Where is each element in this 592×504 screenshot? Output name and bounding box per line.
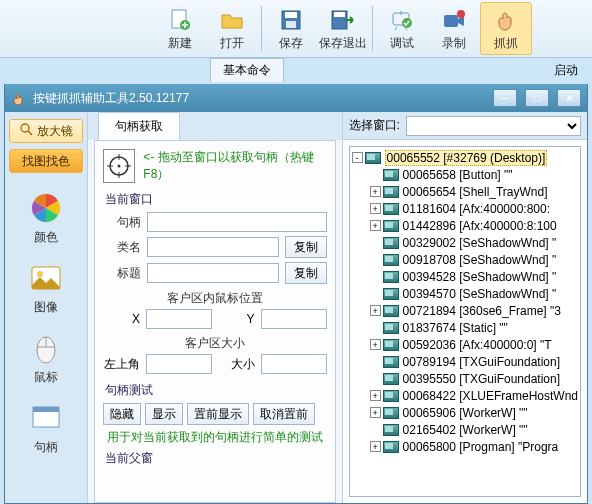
tree-spacer [370,356,381,367]
side-item-mouse[interactable]: 鼠标 [10,330,82,386]
magnifier-icon [20,123,34,140]
expand-icon[interactable]: + [370,186,381,197]
svg-rect-17 [33,407,59,412]
secondary-tabs: 基本命令 [210,58,284,82]
close-button[interactable]: ✕ [557,89,581,107]
window-node-icon [383,254,399,266]
tree-spacer [370,237,381,248]
mouse-icon [28,330,64,366]
drag-target-box[interactable] [103,149,135,183]
tree-spacer [370,424,381,435]
toolbar-debug[interactable]: 调试 [376,2,428,55]
section-current-window: 当前窗口 [105,191,326,208]
crosshair-icon [105,152,133,180]
window-node-icon [383,288,399,300]
toolbar-new[interactable]: 新建 [154,2,206,55]
tree-spacer [370,373,381,384]
tree-spacer [370,322,381,333]
toolbar-save-exit[interactable]: 保存退出 [317,2,369,55]
input-classname[interactable] [147,237,278,257]
svg-point-14 [37,271,43,277]
input-topleft[interactable] [146,354,212,374]
tree-node[interactable]: +00721894 [360se6_Frame] "3 [352,302,578,319]
tree-spacer [370,271,381,282]
tree-node[interactable]: +00065800 [Progman] "Progra [352,438,578,455]
front-button[interactable]: 置前显示 [187,403,249,425]
minimize-button[interactable]: ─ [493,89,517,107]
collapse-icon[interactable]: - [352,152,363,163]
titlebar[interactable]: 按键抓抓辅助工具2.50.12177 ─ □ ✕ [5,84,587,112]
window-handle-icon [28,400,64,436]
expand-icon[interactable]: + [370,390,381,401]
tree-node[interactable]: 02165402 [WorkerW] "" [352,421,578,438]
tree-node[interactable]: 01837674 [Static] "" [352,319,578,336]
expand-icon[interactable]: + [370,220,381,231]
tree-node-label: 01837674 [Static] "" [403,321,508,335]
expand-icon[interactable]: + [370,441,381,452]
launch-label[interactable]: 启动 [546,58,586,83]
window-node-icon [383,407,399,419]
tree-node-label: 02165402 [WorkerW] "" [403,423,528,437]
section-client-size: 客户区大小 [103,335,326,352]
tree-node[interactable]: 00394528 [SeShadowWnd] " [352,268,578,285]
tree-node-label: 00394570 [SeShadowWnd] " [403,287,557,301]
svg-point-11 [21,124,29,132]
show-button[interactable]: 显示 [145,403,183,425]
tree-node[interactable]: +01181604 [Afx:400000:800: [352,200,578,217]
tree-node[interactable]: +00065654 [Shell_TrayWnd] [352,183,578,200]
label-x: X [103,312,140,326]
cancel-front-button[interactable]: 取消置前 [253,403,315,425]
expand-icon[interactable]: + [370,407,381,418]
window-node-icon [383,271,399,283]
input-title[interactable] [147,263,278,283]
tree-node[interactable]: 00394570 [SeShadowWnd] " [352,285,578,302]
tree-node-label: 00065552 [#32769 (Desktop)] [385,150,548,166]
copy-title-button[interactable]: 复制 [285,262,327,284]
toolbar-record[interactable]: 录制 [428,2,480,55]
save-exit-icon [329,6,357,34]
expand-icon[interactable]: + [370,203,381,214]
input-y[interactable] [261,309,327,329]
tree-node-label: 00329002 [SeShadowWnd] " [403,236,557,250]
input-size[interactable] [261,354,327,374]
tree-node[interactable]: 00918708 [SeShadowWnd] " [352,251,578,268]
maximize-button[interactable]: □ [525,89,549,107]
side-item-image[interactable]: 图像 [10,260,82,316]
side-item-color[interactable]: 颜色 [10,190,82,246]
tree-node[interactable]: 00395550 [TXGuiFoundation] [352,370,578,387]
input-handle[interactable] [147,212,326,232]
tree-node[interactable]: +00065906 [WorkerW] "" [352,404,578,421]
tree-node-label: 00721894 [360se6_Frame] "3 [403,304,561,318]
svg-rect-4 [286,21,296,28]
tree-node[interactable]: 00065658 [Button] "" [352,166,578,183]
select-window-dropdown[interactable] [406,116,581,136]
tree-node[interactable]: -00065552 [#32769 (Desktop)] [352,149,578,166]
window-tree[interactable]: -00065552 [#32769 (Desktop)]00065658 [Bu… [349,146,581,497]
magnifier-button[interactable]: 放大镜 [9,119,83,143]
tab-basic-commands[interactable]: 基本命令 [210,58,284,82]
left-sidebar: 放大镜 找图找色 颜色 图像 鼠标 句柄 [5,112,88,503]
tree-node[interactable]: +01442896 [Afx:400000:8:100 [352,217,578,234]
file-new-icon [166,6,194,34]
tree-node-label: 00065654 [Shell_TrayWnd] [403,185,548,199]
tree-node[interactable]: +00068422 [XLUEFrameHostWnd [352,387,578,404]
find-image-color-button[interactable]: 找图找色 [9,149,83,173]
label-topleft: 左上角 [103,356,140,373]
window-title: 按键抓抓辅助工具2.50.12177 [33,90,189,107]
tab-handle-get[interactable]: 句柄获取 [98,112,180,140]
copy-classname-button[interactable]: 复制 [285,236,327,258]
tree-node-label: 00065906 [WorkerW] "" [403,406,528,420]
toolbar-open[interactable]: 打开 [206,2,258,55]
expand-icon[interactable]: + [370,305,381,316]
window-node-icon [365,152,381,164]
tree-node[interactable]: +00592036 [Afx:400000:0] "T [352,336,578,353]
tree-node[interactable]: 00789194 [TXGuiFoundation] [352,353,578,370]
hide-button[interactable]: 隐藏 [103,403,141,425]
toolbar-save[interactable]: 保存 [265,2,317,55]
toolbar-grab[interactable]: 抓抓 [480,2,532,55]
expand-icon[interactable]: + [370,339,381,350]
side-item-handle[interactable]: 句柄 [10,400,82,456]
input-x[interactable] [146,309,212,329]
svg-rect-6 [334,12,345,17]
tree-node[interactable]: 00329002 [SeShadowWnd] " [352,234,578,251]
